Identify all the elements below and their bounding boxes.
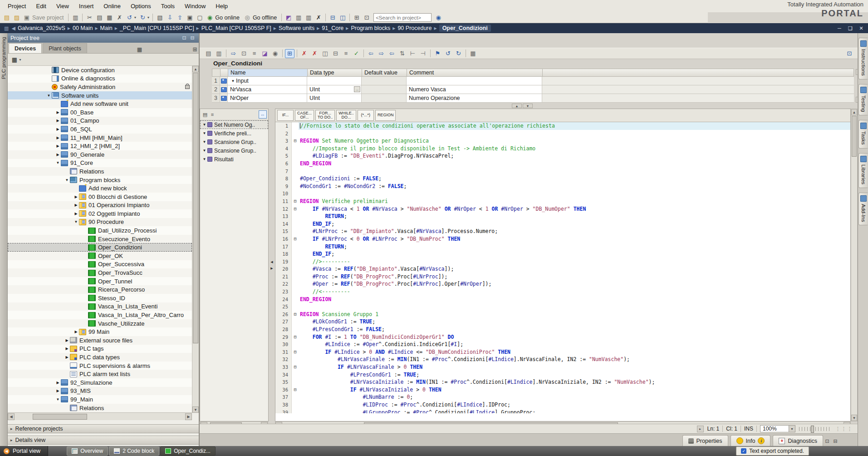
expand-arrow-icon[interactable]: ▶ xyxy=(55,127,61,131)
code-line-36[interactable]: 36⊟ IF #LNrVascaIniziale > 0 THEN xyxy=(275,386,850,394)
snippet-if[interactable]: IF... xyxy=(277,110,294,121)
tab-instructions[interactable]: Instructions xyxy=(858,38,868,79)
snippet-[interactable]: (*...*) xyxy=(358,110,374,121)
menu-window[interactable]: Window xyxy=(180,1,211,11)
code-line-2[interactable]: 2 xyxy=(275,130,850,138)
expand-arrow-icon[interactable]: ▼ xyxy=(201,157,207,161)
fold-collapse-icon[interactable]: ⊟ xyxy=(292,311,299,318)
tree-item-plc-data-types[interactable]: ▶PLC data types xyxy=(8,353,192,362)
start-window-icon[interactable]: ▥ xyxy=(294,13,303,22)
expand-arrow-icon[interactable]: ▶ xyxy=(55,153,61,157)
insert-row-icon[interactable]: ▤ xyxy=(204,49,213,58)
breadcrumb-item-main[interactable]: Main xyxy=(100,25,113,31)
view-grid-icon[interactable]: ▦ xyxy=(136,45,143,53)
expand-arrow-icon[interactable]: ▼ xyxy=(55,397,61,401)
reference-projects-bar[interactable]: ▸ Reference projects xyxy=(8,424,199,433)
datatype-cell[interactable]: UInt... xyxy=(307,85,362,94)
expand-arrow-icon[interactable]: ▶ xyxy=(64,338,70,342)
code-line-15[interactable]: 15 #LNrProc := "DBr_Impianto".Vasca[#NrV… xyxy=(275,228,850,235)
fold-collapse-icon[interactable]: ⊟ xyxy=(292,333,299,341)
redo-icon[interactable]: ↻ xyxy=(138,13,147,22)
menu-edit[interactable]: Edit xyxy=(31,1,51,11)
search-input[interactable] xyxy=(373,13,432,22)
code-line-12[interactable]: 12⊟ IF #NrVasca < 1 OR #NrVasca > "NumVa… xyxy=(275,205,850,213)
receive-window-icon[interactable]: ▥ xyxy=(304,13,313,22)
scroll-left-icon[interactable]: ◀ xyxy=(8,413,15,420)
expand-arrow-icon[interactable]: ▶ xyxy=(73,195,79,199)
name-cell[interactable]: NrOper xyxy=(228,94,307,102)
tab-plant-objects[interactable]: Plant objects xyxy=(43,43,87,53)
copy-snapshot-icon[interactable]: ⇨ xyxy=(229,49,238,58)
editor-tab-overview[interactable]: Overview xyxy=(67,446,108,456)
tree-item-plc-tags[interactable]: ▶PLC tags xyxy=(8,345,192,353)
prev-bookmark-icon[interactable]: ↺ xyxy=(443,49,453,58)
code-line-22[interactable]: 22 #Oper := REF("DB_ProgProc".Proc[#LNrP… xyxy=(275,280,850,288)
find-icon[interactable]: ◉ xyxy=(434,13,443,22)
datatype-cell[interactable] xyxy=(307,77,362,85)
tree-item-oper-ok[interactable]: Oper_OK xyxy=(8,252,192,260)
code-line-20[interactable]: 20 #Vasca := REF("DB_Impianto".Vasca[#Nr… xyxy=(275,265,850,273)
expand-arrow-icon[interactable]: ▶ xyxy=(64,347,70,351)
scroll-up-icon[interactable]: ▲ xyxy=(192,66,199,72)
keep-actual-values-icon[interactable]: ⊡ xyxy=(239,49,249,58)
split-horizontal-icon[interactable]: ⊟ xyxy=(328,13,337,22)
breadcrumb-item-00-main[interactable]: 00 Main xyxy=(73,25,93,31)
zoom-slider-thumb[interactable] xyxy=(811,426,814,433)
code-line-14[interactable]: 14 END_IF; xyxy=(275,220,850,228)
table-row-nrvasca[interactable]: 2NrVascaUInt...Numero Vasca xyxy=(212,85,854,94)
compile-icon[interactable]: ▧ xyxy=(155,13,164,22)
details-view-bar[interactable]: ▸ Details view xyxy=(8,436,199,445)
code-line-4[interactable]: 4 //Impostare il primo blocco disponibil… xyxy=(275,145,850,153)
code-line-39[interactable]: 39 #LGruppoProc := #Proc^.Condizioni[#LI… xyxy=(275,409,850,413)
tree-item-external-source-files[interactable]: ▶External source files xyxy=(8,336,192,345)
expand-arrow-icon[interactable]: ▼ xyxy=(201,140,207,144)
scroll-down-icon[interactable]: ▼ xyxy=(192,406,199,413)
save-project-icon[interactable]: ▣ xyxy=(22,13,31,22)
expand-arrow-icon[interactable]: ▼ xyxy=(73,220,79,224)
tab-tasks[interactable]: Tasks xyxy=(858,120,868,148)
tree-item-93-mis[interactable]: ▶93_MIS xyxy=(8,387,192,396)
go-online-icon-label[interactable]: Go online xyxy=(215,15,240,21)
code-line-5[interactable]: 5 #LDiagFB := "DB_Eventi".DiagProg.NrVas… xyxy=(275,152,850,160)
upload-icon[interactable]: ⇧ xyxy=(175,13,184,22)
delete-icon[interactable]: ✗ xyxy=(115,13,124,22)
tab-info[interactable]: Infoi xyxy=(731,435,771,446)
column-header-datatype[interactable]: Data type xyxy=(308,69,362,76)
breadcrumb-item-program-blocks[interactable]: Program blocks xyxy=(351,25,390,31)
code-line-24[interactable]: 24END_REGION xyxy=(275,296,850,303)
window-split-a-icon[interactable]: ◫ xyxy=(320,49,330,58)
expand-arrow-icon[interactable]: ▶ xyxy=(55,136,61,140)
code-line-17[interactable]: 17 RETURN; xyxy=(275,243,850,251)
tree-item-plc-alarm-text-lists[interactable]: PLC alarm text lists xyxy=(8,370,192,378)
db-structure-icon[interactable]: ◪ xyxy=(260,49,270,58)
expand-arrow-icon[interactable]: ▶ xyxy=(64,355,70,359)
collapse-panel-icon[interactable]: ⊟ xyxy=(189,35,196,41)
code-line-29[interactable]: 29⊟ FOR #I := 1 TO "DB_NumIndiciCondizOp… xyxy=(275,333,850,341)
tab-devices[interactable]: Devices xyxy=(9,43,42,53)
code-line-1[interactable]: 1//Fornisce lo stato delle condizioni op… xyxy=(275,122,850,130)
tree-item-91-core[interactable]: ▼91_Core xyxy=(8,159,192,168)
code-line-32[interactable]: 32 #LNrVascaFinale := MIN(IN1 := #Proc^.… xyxy=(275,356,850,363)
portal-view-button[interactable]: ◀ Portal view xyxy=(0,446,48,456)
tab-testing[interactable]: Testing xyxy=(858,84,868,115)
expand-arrow-icon[interactable]: ▶ xyxy=(55,381,61,385)
start-runtime-icon[interactable]: ▢ xyxy=(195,13,204,22)
open-project-icon[interactable]: ▨ xyxy=(12,13,21,22)
breadcrumb-item-software-units[interactable]: Software units xyxy=(279,25,314,31)
breadcrumb-item-galvanica-2025vs[interactable]: Galvanica_2025vS xyxy=(18,25,65,31)
tree-item-01-operazioni-impianto[interactable]: ▶01 Operazioni Impianto xyxy=(8,201,192,210)
datatype-cell[interactable]: UInt xyxy=(307,94,362,102)
tree-item-dati-utilizzo-processi[interactable]: Dati_Utilizzo_Processi xyxy=(8,226,192,235)
tree-item-oper-trovasucc[interactable]: Oper_TrovaSucc xyxy=(8,268,192,277)
tree-item-00-base[interactable]: ▶00_Base xyxy=(8,108,192,117)
scrollbar-thumb[interactable] xyxy=(33,414,87,420)
pin-panel-icon[interactable]: ⊡ xyxy=(181,35,188,41)
menu-options[interactable]: Options xyxy=(126,1,156,11)
watch-list-icon[interactable]: ≡ xyxy=(250,49,259,58)
default-value-cell[interactable] xyxy=(362,77,407,85)
code-line-38[interactable]: 38 #LIDProc := #Proc^.Condizioni[#LIndic… xyxy=(275,401,850,409)
go-offline-icon[interactable]: ◎ xyxy=(243,13,252,22)
dock-panel-icon[interactable]: ⊡ xyxy=(824,437,831,445)
go-online-icon[interactable]: ◉ xyxy=(205,13,214,22)
minimize-button[interactable]: ─ xyxy=(834,25,844,32)
